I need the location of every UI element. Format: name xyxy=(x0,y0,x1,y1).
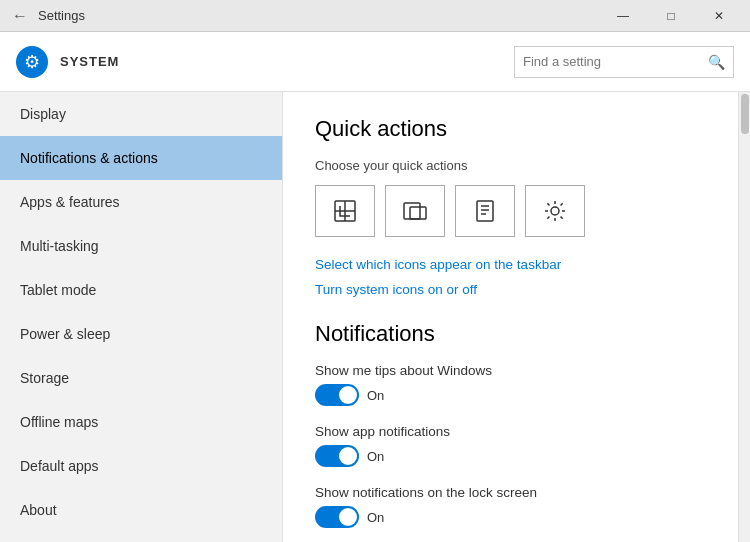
sidebar-item-offlinemaps[interactable]: Offline maps xyxy=(0,400,282,444)
sidebar-item-about[interactable]: About xyxy=(0,488,282,532)
notifications-title: Notifications xyxy=(315,321,706,347)
toggle-lockscreen[interactable] xyxy=(315,506,359,528)
app-logo: ⚙ xyxy=(16,46,48,78)
quick-action-2[interactable] xyxy=(385,185,445,237)
scrollbar-track[interactable] xyxy=(738,92,750,542)
toggle-lockscreen-row: Show notifications on the lock screen On xyxy=(315,485,706,528)
toggle-appnotif-control: On xyxy=(315,445,706,467)
toggle-lockscreen-label: Show notifications on the lock screen xyxy=(315,485,706,500)
toggle-lockscreen-knob xyxy=(339,508,357,526)
quick-action-4[interactable] xyxy=(525,185,585,237)
sidebar-item-storage[interactable]: Storage xyxy=(0,356,282,400)
title-bar: ← Settings — □ ✕ xyxy=(0,0,750,32)
sidebar: Display Notifications & actions Apps & f… xyxy=(0,92,283,542)
system-icons-link[interactable]: Turn system icons on or off xyxy=(315,282,706,297)
search-box[interactable]: 🔍 xyxy=(514,46,734,78)
notifications-section: Notifications Show me tips about Windows… xyxy=(315,321,706,528)
toggle-tips[interactable] xyxy=(315,384,359,406)
window-controls: — □ ✕ xyxy=(600,0,742,32)
quick-actions-title: Quick actions xyxy=(315,116,706,142)
minimize-button[interactable]: — xyxy=(600,0,646,32)
app-body: Display Notifications & actions Apps & f… xyxy=(0,92,750,542)
close-button[interactable]: ✕ xyxy=(696,0,742,32)
toggle-tips-value: On xyxy=(367,388,384,403)
toggle-tips-row: Show me tips about Windows On xyxy=(315,363,706,406)
app-header: ⚙ SYSTEM 🔍 xyxy=(0,32,750,92)
svg-point-9 xyxy=(551,207,559,215)
toggle-lockscreen-value: On xyxy=(367,510,384,525)
content-area: Quick actions Choose your quick actions xyxy=(283,92,738,542)
sidebar-item-power[interactable]: Power & sleep xyxy=(0,312,282,356)
gear-icon: ⚙ xyxy=(24,51,40,73)
toggle-appnotif-label: Show app notifications xyxy=(315,424,706,439)
toggle-tips-label: Show me tips about Windows xyxy=(315,363,706,378)
app-title: SYSTEM xyxy=(60,54,119,69)
quick-actions-section: Quick actions Choose your quick actions xyxy=(315,116,706,297)
quick-action-1[interactable] xyxy=(315,185,375,237)
sidebar-item-multitasking[interactable]: Multi-tasking xyxy=(0,224,282,268)
taskbar-icons-link[interactable]: Select which icons appear on the taskbar xyxy=(315,257,706,272)
quick-actions-sublabel: Choose your quick actions xyxy=(315,158,706,173)
sidebar-item-display[interactable]: Display xyxy=(0,92,282,136)
toggle-appnotif[interactable] xyxy=(315,445,359,467)
scrollbar-thumb[interactable] xyxy=(741,94,749,134)
toggle-tips-knob xyxy=(339,386,357,404)
quick-action-3[interactable] xyxy=(455,185,515,237)
search-input[interactable] xyxy=(523,54,708,69)
app-window: ⚙ SYSTEM 🔍 Display Notifications & actio… xyxy=(0,32,750,542)
sidebar-item-tablet[interactable]: Tablet mode xyxy=(0,268,282,312)
toggle-tips-control: On xyxy=(315,384,706,406)
window-title: Settings xyxy=(38,8,85,23)
sidebar-item-notifications[interactable]: Notifications & actions xyxy=(0,136,282,180)
toggle-appnotif-value: On xyxy=(367,449,384,464)
svg-rect-3 xyxy=(404,203,420,219)
sidebar-item-defaultapps[interactable]: Default apps xyxy=(0,444,282,488)
back-button[interactable]: ← xyxy=(8,4,32,28)
svg-rect-4 xyxy=(410,207,426,219)
toggle-appnotif-knob xyxy=(339,447,357,465)
toggle-appnotif-row: Show app notifications On xyxy=(315,424,706,467)
maximize-button[interactable]: □ xyxy=(648,0,694,32)
search-icon: 🔍 xyxy=(708,54,725,70)
quick-actions-row xyxy=(315,185,706,237)
sidebar-item-apps[interactable]: Apps & features xyxy=(0,180,282,224)
toggle-lockscreen-control: On xyxy=(315,506,706,528)
svg-rect-5 xyxy=(477,201,493,221)
